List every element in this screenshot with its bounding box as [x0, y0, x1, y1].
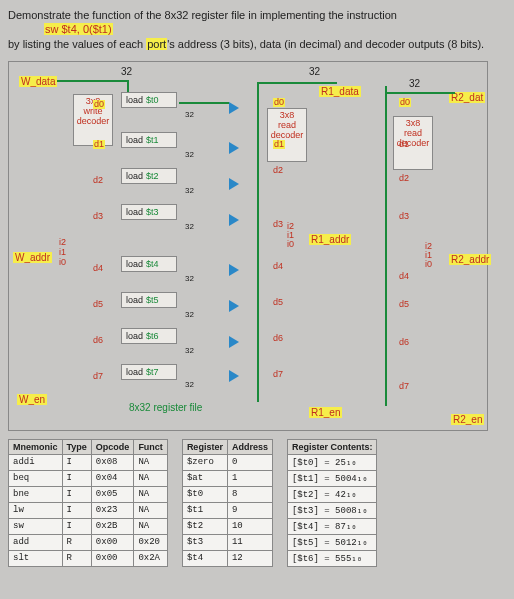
- table-cell: I: [62, 518, 91, 534]
- table-cell: lw: [9, 502, 63, 518]
- table-cell: 0x2A: [134, 550, 168, 566]
- table-cell: R: [62, 550, 91, 566]
- table-cell: $t2: [182, 518, 227, 534]
- table-cell: I: [62, 470, 91, 486]
- reg-t2: load$t2: [121, 168, 177, 184]
- reg-t7: load$t7: [121, 364, 177, 380]
- table-cell: $zero: [182, 454, 227, 470]
- r1d0: d0: [273, 98, 285, 107]
- table-cell: [$t4] = 87₁₀: [287, 518, 377, 534]
- wd7: d7: [93, 372, 103, 381]
- bus32: 32: [185, 274, 194, 283]
- reg-t0: load$t0: [121, 92, 177, 108]
- reg-t1: load$t1: [121, 132, 177, 148]
- table-cell: 0x00: [91, 550, 134, 566]
- r1d3: d3: [273, 220, 283, 229]
- buf-icon: [229, 142, 239, 154]
- table-cell: [$t2] = 42₁₀: [287, 486, 377, 502]
- reg-t3: load$t3: [121, 204, 177, 220]
- table-cell: 0x23: [91, 502, 134, 518]
- wd0: d0: [93, 100, 105, 109]
- w-en-label: W_en: [17, 394, 47, 405]
- reg-t4: load$t4: [121, 256, 177, 272]
- r2-i210: i2i1i0: [425, 242, 432, 269]
- r1d5: d5: [273, 298, 283, 307]
- r2d1: d1: [399, 140, 409, 149]
- r1-addr-label: R1_addr: [309, 234, 351, 245]
- wire: [127, 80, 129, 92]
- wire: [385, 92, 455, 94]
- table-cell: [$t5] = 5012₁₀: [287, 534, 377, 550]
- regfile-caption: 8x32 register file: [129, 402, 202, 413]
- table-cell: NA: [134, 518, 168, 534]
- w-addr-label: W_addr: [13, 252, 52, 263]
- th: Opcode: [91, 439, 134, 454]
- bus32: 32: [185, 346, 194, 355]
- table-cell: bne: [9, 486, 63, 502]
- r1-i210: i2i1i0: [287, 222, 294, 249]
- th: Mnemonic: [9, 439, 63, 454]
- table-cell: 0: [227, 454, 272, 470]
- q-instr: sw $t4, 0($t1): [44, 23, 113, 35]
- question-block: Demonstrate the function of the 8x32 reg…: [8, 8, 506, 51]
- contents-table: Register Contents: [$t0] = 25₁₀[$t1] = 5…: [287, 439, 378, 567]
- w-i0: i0: [59, 258, 66, 267]
- q-line1: Demonstrate the function of the 8x32 reg…: [8, 8, 506, 22]
- w-data-label: W_data: [19, 76, 57, 87]
- table-cell: I: [62, 502, 91, 518]
- bus-32-c: 32: [409, 78, 420, 89]
- buf-icon: [229, 300, 239, 312]
- wd3: d3: [93, 212, 103, 221]
- table-cell: $t4: [182, 550, 227, 566]
- table-cell: I: [62, 454, 91, 470]
- r2d4: d4: [399, 272, 409, 281]
- table-cell: NA: [134, 502, 168, 518]
- reg-t6: load$t6: [121, 328, 177, 344]
- table-cell: 0x2B: [91, 518, 134, 534]
- table-cell: R: [62, 534, 91, 550]
- table-cell: [$t3] = 5008₁₀: [287, 502, 377, 518]
- th: Register: [182, 439, 227, 454]
- instruction-table: Mnemonic Type Opcode Funct addiI0x08NAbe…: [8, 439, 168, 567]
- w-i1: i1: [59, 248, 66, 257]
- table-cell: 8: [227, 486, 272, 502]
- table-cell: sw: [9, 518, 63, 534]
- bus-32-a: 32: [121, 66, 132, 77]
- bus32: 32: [185, 150, 194, 159]
- r1d1: d1: [273, 140, 285, 149]
- r1d2: d2: [273, 166, 283, 175]
- q-hl-port: port: [146, 38, 167, 50]
- bus32: 32: [185, 186, 194, 195]
- regaddr-table: Register Address $zero0$at1$t08$t19$t210…: [182, 439, 273, 567]
- bus-32-b: 32: [309, 66, 320, 77]
- buf-icon: [229, 214, 239, 226]
- wire: [179, 102, 229, 104]
- table-cell: 0x04: [91, 470, 134, 486]
- table-cell: 10: [227, 518, 272, 534]
- wd1: d1: [93, 140, 105, 149]
- table-cell: $t3: [182, 534, 227, 550]
- r1-en-label: R1_en: [309, 407, 342, 418]
- r2d2: d2: [399, 174, 409, 183]
- table-cell: 1: [227, 470, 272, 486]
- table-cell: [$t0] = 25₁₀: [287, 454, 377, 470]
- bus32: 32: [185, 380, 194, 389]
- r2d3: d3: [399, 212, 409, 221]
- table-cell: NA: [134, 486, 168, 502]
- r2d0: d0: [399, 98, 411, 107]
- table-cell: 0x00: [91, 534, 134, 550]
- th: Funct: [134, 439, 168, 454]
- r2-en-label: R2_en: [451, 414, 484, 425]
- table-cell: 11: [227, 534, 272, 550]
- r2d5: d5: [399, 300, 409, 309]
- buf-icon: [229, 264, 239, 276]
- wire: [57, 80, 127, 82]
- table-cell: 0x20: [134, 534, 168, 550]
- table-cell: beq: [9, 470, 63, 486]
- wd2: d2: [93, 176, 103, 185]
- r1d7: d7: [273, 370, 283, 379]
- buf-icon: [229, 178, 239, 190]
- th: Address: [227, 439, 272, 454]
- w-i2: i2: [59, 238, 66, 247]
- wd5: d5: [93, 300, 103, 309]
